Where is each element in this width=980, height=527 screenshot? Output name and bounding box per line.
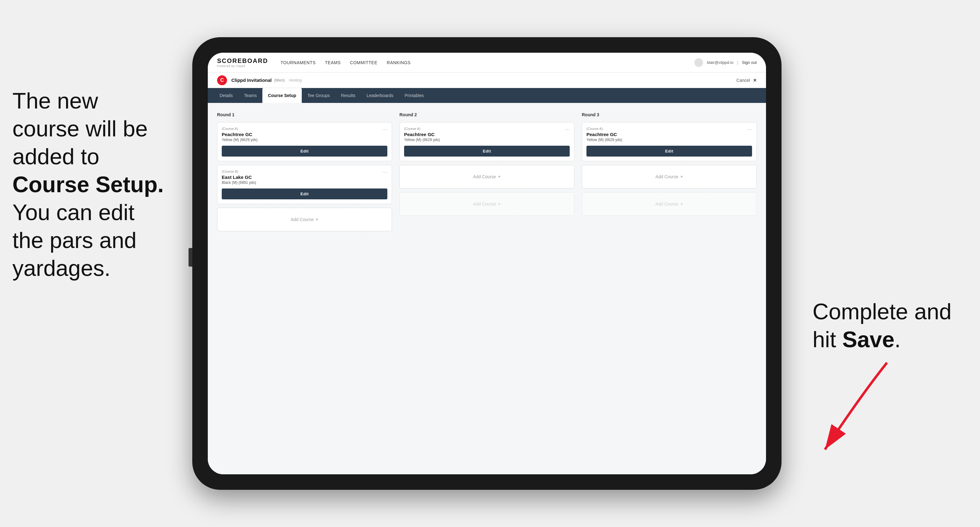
tab-details[interactable]: Details	[214, 88, 239, 103]
logo-main-text: SCOREBOARD	[217, 57, 268, 65]
round1-course-b-delete-button[interactable]: ⋯	[381, 168, 388, 176]
round1-add-plus-icon: +	[315, 217, 318, 222]
round2-course-a-name: Peachtree GC	[404, 132, 570, 137]
round2-add-course-disabled-button: Add Course +	[399, 192, 574, 216]
round3-add-course-disabled-button: Add Course +	[582, 192, 757, 216]
tab-bar: Details Teams Course Setup Tee Groups Re…	[208, 88, 766, 103]
round3-course-a-label: (Course A)	[587, 127, 752, 130]
tab-leaderboards[interactable]: Leaderboards	[361, 88, 399, 103]
rounds-grid: Round 1 (Course A) Peachtree GC Yellow (…	[217, 112, 757, 235]
nav-rankings[interactable]: RANKINGS	[387, 60, 410, 65]
round3-course-a-card: (Course A) Peachtree GC Yellow (M) (6629…	[582, 122, 757, 161]
tab-course-setup[interactable]: Course Setup	[262, 88, 302, 103]
round3-add-plus-disabled-icon: +	[680, 201, 683, 207]
round1-course-a-card: (Course A) Peachtree GC Yellow (M) (6629…	[217, 122, 392, 161]
tournament-status: Hosting	[289, 78, 302, 83]
round2-add-plus-icon: +	[498, 174, 501, 179]
tournament-name: Clippd Invitational	[231, 78, 272, 83]
tablet-screen: SCOREBOARD Powered by clippd TOURNAMENTS…	[208, 53, 766, 474]
logo-sub-text: Powered by clippd	[217, 65, 268, 68]
tablet-side-button	[189, 248, 192, 267]
left-annotation: The new course will be added to Course S…	[13, 87, 192, 282]
scoreboard-logo: SCOREBOARD Powered by clippd	[217, 57, 268, 68]
avatar	[694, 58, 703, 67]
round2-course-a-edit-button[interactable]: Edit	[404, 146, 570, 157]
main-content: Round 1 (Course A) Peachtree GC Yellow (…	[208, 103, 766, 474]
user-email: blair@clippd.io	[707, 60, 733, 65]
round2-course-a-card: (Course A) Peachtree GC Yellow (M) (6629…	[399, 122, 574, 161]
round-1-label: Round 1	[217, 112, 392, 117]
round3-course-a-edit-button[interactable]: Edit	[587, 146, 752, 157]
tab-printables[interactable]: Printables	[399, 88, 430, 103]
cancel-button[interactable]: Cancel ✕	[737, 78, 757, 83]
top-nav: SCOREBOARD Powered by clippd TOURNAMENTS…	[208, 53, 766, 73]
nav-right: blair@clippd.io | Sign out	[694, 58, 757, 67]
round1-course-a-edit-button[interactable]: Edit	[222, 146, 387, 157]
nav-committee[interactable]: COMMITTEE	[350, 60, 378, 65]
round1-course-b-details: Black (M) (6891 yds)	[222, 181, 387, 185]
tournament-bar: C Clippd Invitational (Men) Hosting Canc…	[208, 73, 766, 88]
round-1-column: Round 1 (Course A) Peachtree GC Yellow (…	[217, 112, 392, 235]
tournament-type: (Men)	[274, 78, 285, 83]
round3-course-a-delete-button[interactable]: ⋯	[746, 125, 753, 133]
round2-course-a-details: Yellow (M) (6629 yds)	[404, 138, 570, 142]
nav-links: TOURNAMENTS TEAMS COMMITTEE RANKINGS	[280, 60, 694, 65]
right-arrow	[794, 357, 912, 462]
round1-course-a-delete-button[interactable]: ⋯	[381, 125, 388, 133]
round2-course-a-delete-button[interactable]: ⋯	[563, 125, 571, 133]
round-2-column: Round 2 (Course A) Peachtree GC Yellow (…	[399, 112, 574, 235]
cancel-x-icon: ✕	[753, 78, 757, 83]
tab-teams[interactable]: Teams	[239, 88, 262, 103]
nav-teams[interactable]: TEAMS	[325, 60, 341, 65]
round2-add-course-button[interactable]: Add Course +	[399, 165, 574, 189]
nav-tournaments[interactable]: TOURNAMENTS	[280, 60, 315, 65]
tab-tee-groups[interactable]: Tee Groups	[302, 88, 335, 103]
round3-add-course-button[interactable]: Add Course +	[582, 165, 757, 189]
round-3-label: Round 3	[582, 112, 757, 117]
round1-add-course-button[interactable]: Add Course +	[217, 208, 392, 231]
nav-separator: |	[737, 60, 738, 65]
round-3-column: Round 3 (Course A) Peachtree GC Yellow (…	[582, 112, 757, 235]
round1-course-b-edit-button[interactable]: Edit	[222, 189, 387, 199]
round1-course-b-name: East Lake GC	[222, 175, 387, 180]
round3-add-plus-icon: +	[680, 174, 683, 179]
sign-out-link[interactable]: Sign out	[742, 60, 757, 65]
round1-course-b-label: (Course B)	[222, 170, 387, 173]
round1-course-a-name: Peachtree GC	[222, 132, 387, 137]
tab-results[interactable]: Results	[335, 88, 361, 103]
tablet-shell: SCOREBOARD Powered by clippd TOURNAMENTS…	[192, 37, 781, 490]
round2-course-a-label: (Course A)	[404, 127, 570, 130]
round3-course-a-details: Yellow (M) (6629 yds)	[587, 138, 752, 142]
right-annotation: Complete and hit Save.	[813, 298, 961, 353]
round1-course-a-details: Yellow (M) (6629 yds)	[222, 138, 387, 142]
round2-add-plus-disabled-icon: +	[498, 201, 501, 207]
round1-course-a-label: (Course A)	[222, 127, 387, 130]
round1-course-b-card: (Course B) East Lake GC Black (M) (6891 …	[217, 165, 392, 204]
round-2-label: Round 2	[399, 112, 574, 117]
tournament-logo: C	[217, 75, 227, 85]
round3-course-a-name: Peachtree GC	[587, 132, 752, 137]
